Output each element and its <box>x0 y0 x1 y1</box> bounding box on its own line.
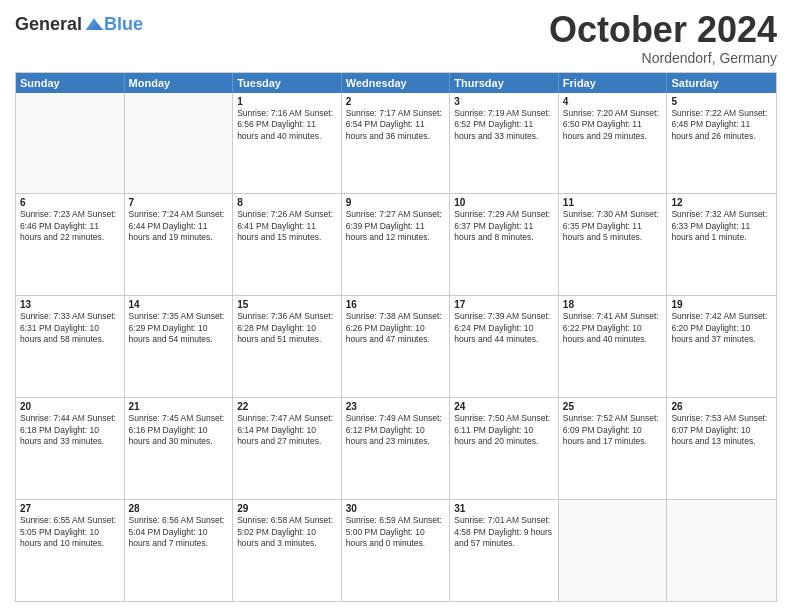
header-day-tuesday: Tuesday <box>233 73 342 93</box>
table-row: 15Sunrise: 7:36 AM Sunset: 6:28 PM Dayli… <box>233 296 342 397</box>
header-day-friday: Friday <box>559 73 668 93</box>
logo-general-text: General <box>15 14 82 35</box>
table-row: 6Sunrise: 7:23 AM Sunset: 6:46 PM Daylig… <box>16 194 125 295</box>
cell-date: 2 <box>346 96 446 107</box>
cell-date: 13 <box>20 299 120 310</box>
cell-date: 28 <box>129 503 229 514</box>
location-title: Nordendorf, Germany <box>549 50 777 66</box>
calendar-row-2: 6Sunrise: 7:23 AM Sunset: 6:46 PM Daylig… <box>16 193 776 295</box>
cell-date: 8 <box>237 197 337 208</box>
cell-info: Sunrise: 6:56 AM Sunset: 5:04 PM Dayligh… <box>129 515 229 549</box>
cell-date: 9 <box>346 197 446 208</box>
table-row: 30Sunrise: 6:59 AM Sunset: 5:00 PM Dayli… <box>342 500 451 601</box>
table-row: 27Sunrise: 6:55 AM Sunset: 5:05 PM Dayli… <box>16 500 125 601</box>
table-row: 7Sunrise: 7:24 AM Sunset: 6:44 PM Daylig… <box>125 194 234 295</box>
cell-info: Sunrise: 7:32 AM Sunset: 6:33 PM Dayligh… <box>671 209 772 243</box>
cell-date: 22 <box>237 401 337 412</box>
cell-info: Sunrise: 7:35 AM Sunset: 6:29 PM Dayligh… <box>129 311 229 345</box>
cell-date: 16 <box>346 299 446 310</box>
cell-info: Sunrise: 7:44 AM Sunset: 6:18 PM Dayligh… <box>20 413 120 447</box>
cell-date: 31 <box>454 503 554 514</box>
cell-info: Sunrise: 6:59 AM Sunset: 5:00 PM Dayligh… <box>346 515 446 549</box>
cell-info: Sunrise: 7:47 AM Sunset: 6:14 PM Dayligh… <box>237 413 337 447</box>
table-row <box>125 93 234 194</box>
page: General Blue October 2024 Nordendorf, Ge… <box>0 0 792 612</box>
cell-info: Sunrise: 7:19 AM Sunset: 6:52 PM Dayligh… <box>454 108 554 142</box>
cell-info: Sunrise: 7:42 AM Sunset: 6:20 PM Dayligh… <box>671 311 772 345</box>
month-title: October 2024 <box>549 10 777 50</box>
calendar-header-row: SundayMondayTuesdayWednesdayThursdayFrid… <box>16 73 776 93</box>
cell-info: Sunrise: 7:01 AM Sunset: 4:58 PM Dayligh… <box>454 515 554 549</box>
table-row: 12Sunrise: 7:32 AM Sunset: 6:33 PM Dayli… <box>667 194 776 295</box>
calendar: SundayMondayTuesdayWednesdayThursdayFrid… <box>15 72 777 602</box>
logo-area: General Blue <box>15 10 143 35</box>
cell-info: Sunrise: 7:30 AM Sunset: 6:35 PM Dayligh… <box>563 209 663 243</box>
cell-date: 10 <box>454 197 554 208</box>
table-row: 3Sunrise: 7:19 AM Sunset: 6:52 PM Daylig… <box>450 93 559 194</box>
logo-blue-text: Blue <box>104 14 143 35</box>
cell-date: 1 <box>237 96 337 107</box>
table-row: 21Sunrise: 7:45 AM Sunset: 6:16 PM Dayli… <box>125 398 234 499</box>
calendar-row-1: 1Sunrise: 7:16 AM Sunset: 6:56 PM Daylig… <box>16 93 776 194</box>
table-row: 11Sunrise: 7:30 AM Sunset: 6:35 PM Dayli… <box>559 194 668 295</box>
cell-date: 17 <box>454 299 554 310</box>
header-day-wednesday: Wednesday <box>342 73 451 93</box>
cell-info: Sunrise: 7:17 AM Sunset: 6:54 PM Dayligh… <box>346 108 446 142</box>
table-row: 25Sunrise: 7:52 AM Sunset: 6:09 PM Dayli… <box>559 398 668 499</box>
cell-date: 15 <box>237 299 337 310</box>
cell-date: 7 <box>129 197 229 208</box>
table-row <box>559 500 668 601</box>
table-row: 17Sunrise: 7:39 AM Sunset: 6:24 PM Dayli… <box>450 296 559 397</box>
table-row: 14Sunrise: 7:35 AM Sunset: 6:29 PM Dayli… <box>125 296 234 397</box>
calendar-body: 1Sunrise: 7:16 AM Sunset: 6:56 PM Daylig… <box>16 93 776 601</box>
cell-info: Sunrise: 7:45 AM Sunset: 6:16 PM Dayligh… <box>129 413 229 447</box>
cell-info: Sunrise: 6:55 AM Sunset: 5:05 PM Dayligh… <box>20 515 120 549</box>
table-row: 13Sunrise: 7:33 AM Sunset: 6:31 PM Dayli… <box>16 296 125 397</box>
cell-date: 29 <box>237 503 337 514</box>
cell-date: 27 <box>20 503 120 514</box>
cell-info: Sunrise: 7:33 AM Sunset: 6:31 PM Dayligh… <box>20 311 120 345</box>
cell-date: 3 <box>454 96 554 107</box>
header-day-sunday: Sunday <box>16 73 125 93</box>
table-row: 22Sunrise: 7:47 AM Sunset: 6:14 PM Dayli… <box>233 398 342 499</box>
table-row: 19Sunrise: 7:42 AM Sunset: 6:20 PM Dayli… <box>667 296 776 397</box>
table-row: 1Sunrise: 7:16 AM Sunset: 6:56 PM Daylig… <box>233 93 342 194</box>
cell-info: Sunrise: 7:49 AM Sunset: 6:12 PM Dayligh… <box>346 413 446 447</box>
cell-info: Sunrise: 7:36 AM Sunset: 6:28 PM Dayligh… <box>237 311 337 345</box>
header-day-thursday: Thursday <box>450 73 559 93</box>
cell-info: Sunrise: 7:52 AM Sunset: 6:09 PM Dayligh… <box>563 413 663 447</box>
cell-date: 4 <box>563 96 663 107</box>
table-row <box>16 93 125 194</box>
table-row: 18Sunrise: 7:41 AM Sunset: 6:22 PM Dayli… <box>559 296 668 397</box>
table-row: 23Sunrise: 7:49 AM Sunset: 6:12 PM Dayli… <box>342 398 451 499</box>
cell-date: 26 <box>671 401 772 412</box>
cell-date: 6 <box>20 197 120 208</box>
cell-date: 24 <box>454 401 554 412</box>
table-row <box>667 500 776 601</box>
cell-info: Sunrise: 7:22 AM Sunset: 6:48 PM Dayligh… <box>671 108 772 142</box>
table-row: 31Sunrise: 7:01 AM Sunset: 4:58 PM Dayli… <box>450 500 559 601</box>
cell-date: 30 <box>346 503 446 514</box>
table-row: 20Sunrise: 7:44 AM Sunset: 6:18 PM Dayli… <box>16 398 125 499</box>
cell-info: Sunrise: 7:53 AM Sunset: 6:07 PM Dayligh… <box>671 413 772 447</box>
cell-info: Sunrise: 7:41 AM Sunset: 6:22 PM Dayligh… <box>563 311 663 345</box>
cell-date: 21 <box>129 401 229 412</box>
header: General Blue October 2024 Nordendorf, Ge… <box>15 10 777 66</box>
cell-date: 14 <box>129 299 229 310</box>
header-day-monday: Monday <box>125 73 234 93</box>
cell-info: Sunrise: 7:39 AM Sunset: 6:24 PM Dayligh… <box>454 311 554 345</box>
calendar-row-3: 13Sunrise: 7:33 AM Sunset: 6:31 PM Dayli… <box>16 295 776 397</box>
cell-date: 20 <box>20 401 120 412</box>
cell-info: Sunrise: 7:16 AM Sunset: 6:56 PM Dayligh… <box>237 108 337 142</box>
cell-date: 25 <box>563 401 663 412</box>
cell-date: 12 <box>671 197 772 208</box>
cell-date: 18 <box>563 299 663 310</box>
table-row: 8Sunrise: 7:26 AM Sunset: 6:41 PM Daylig… <box>233 194 342 295</box>
cell-info: Sunrise: 7:38 AM Sunset: 6:26 PM Dayligh… <box>346 311 446 345</box>
table-row: 9Sunrise: 7:27 AM Sunset: 6:39 PM Daylig… <box>342 194 451 295</box>
table-row: 24Sunrise: 7:50 AM Sunset: 6:11 PM Dayli… <box>450 398 559 499</box>
cell-info: Sunrise: 6:58 AM Sunset: 5:02 PM Dayligh… <box>237 515 337 549</box>
cell-date: 11 <box>563 197 663 208</box>
calendar-row-4: 20Sunrise: 7:44 AM Sunset: 6:18 PM Dayli… <box>16 397 776 499</box>
title-area: October 2024 Nordendorf, Germany <box>549 10 777 66</box>
